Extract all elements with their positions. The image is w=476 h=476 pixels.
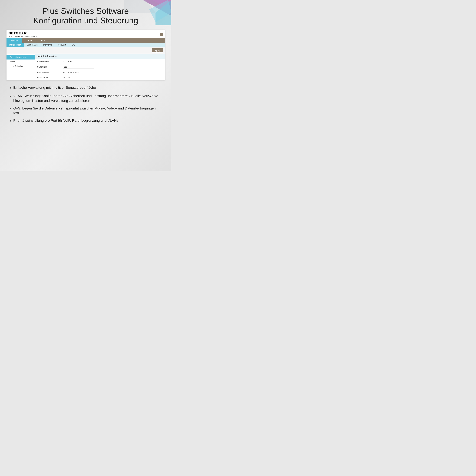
form-row-switch-name: Switch Name bbox=[35, 64, 165, 70]
apply-area: Apply bbox=[6, 47, 165, 54]
netgear-logo: NETGEAR® bbox=[8, 31, 37, 35]
nav-management[interactable]: Management bbox=[6, 43, 24, 47]
header-icon[interactable]: □ bbox=[160, 33, 163, 36]
form-row-firmware: Firmware Version 2.0.0.26 bbox=[35, 75, 165, 80]
bullet-dot-1: • bbox=[10, 85, 11, 91]
nav-multicast[interactable]: MultiCast bbox=[55, 43, 69, 47]
form-header: Switch Information ? bbox=[35, 54, 165, 59]
bullet-dot-3: • bbox=[10, 106, 11, 112]
label-firmware: Firmware Version bbox=[37, 76, 63, 79]
nav-lag[interactable]: LAG bbox=[69, 43, 78, 47]
bullet-text-2: VLAN-Steuerung: Konfigurieren Sie Sicher… bbox=[13, 94, 162, 103]
header-left: NETGEAR® 16-Port Gigabit ProSAFE Plus Sw… bbox=[8, 31, 37, 37]
bullet-dot-4: • bbox=[10, 118, 11, 124]
main-content: Switch Information Status Loop Detection… bbox=[6, 54, 165, 80]
input-switch-name[interactable] bbox=[63, 65, 94, 69]
bullet-text-3: QoS: Legen Sie die Datenverkehrsprioritä… bbox=[13, 106, 162, 115]
apply-button[interactable]: Apply bbox=[152, 48, 163, 52]
list-item: • Prioritätseinstellung pro Port für VoI… bbox=[10, 118, 162, 124]
value-product-name: GS116Ev2 bbox=[63, 60, 72, 63]
title-section: Plus Switches Software Konfiguration und… bbox=[33, 6, 138, 25]
bullet-dot-2: • bbox=[10, 93, 11, 99]
top-nav: System VLAN QoS bbox=[6, 38, 165, 43]
sidebar-switch-information[interactable]: Switch Information bbox=[6, 55, 35, 60]
sidebar-loop-detection[interactable]: Loop Detection bbox=[6, 64, 35, 68]
list-item: • Einfache Verwaltung mit intuitiver Ben… bbox=[10, 85, 162, 91]
content-wrapper: Plus Switches Software Konfiguration und… bbox=[0, 0, 171, 171]
value-firmware: 2.0.0.26 bbox=[63, 76, 69, 79]
device-subtitle: 16-Port Gigabit ProSAFE Plus Switch bbox=[8, 35, 37, 37]
nav-monitoring[interactable]: Monitoring bbox=[40, 43, 55, 47]
sidebar-status[interactable]: Status bbox=[6, 60, 35, 64]
value-mac-address: 00-18-e7-86-16-58 bbox=[63, 71, 79, 74]
nav-maintenance[interactable]: Maintenance bbox=[24, 43, 40, 47]
nav-system[interactable]: System bbox=[6, 38, 22, 43]
nav-qos[interactable]: QoS bbox=[37, 38, 50, 43]
bullet-text-1: Einfache Verwaltung mit intuitiver Benut… bbox=[13, 85, 162, 90]
page-title: Plus Switches Software Konfiguration und… bbox=[33, 6, 138, 25]
form-row-product-name: Product Name GS116Ev2 bbox=[35, 59, 165, 64]
bullet-text-4: Prioritätseinstellung pro Port für VoIP,… bbox=[13, 118, 162, 123]
form-title: Switch Information bbox=[37, 55, 57, 58]
list-item: • QoS: Legen Sie die Datenverkehrspriori… bbox=[10, 106, 162, 115]
sidebar: Switch Information Status Loop Detection bbox=[6, 54, 35, 80]
form-area: Switch Information ? Product Name GS116E… bbox=[35, 54, 165, 80]
label-switch-name: Switch Name bbox=[37, 66, 63, 68]
help-icon[interactable]: ? bbox=[161, 55, 163, 57]
bullet-section: • Einfache Verwaltung mit intuitiver Ben… bbox=[6, 85, 165, 127]
ui-panel: NETGEAR® 16-Port Gigabit ProSAFE Plus Sw… bbox=[6, 30, 165, 80]
form-row-mac-address: MAC Address 00-18-e7-86-16-58 bbox=[35, 70, 165, 75]
list-item: • VLAN-Steuerung: Konfigurieren Sie Sich… bbox=[10, 94, 162, 103]
netgear-header: NETGEAR® 16-Port Gigabit ProSAFE Plus Sw… bbox=[6, 30, 165, 38]
nav-vlan[interactable]: VLAN bbox=[22, 38, 37, 43]
sub-nav: Management Maintenance Monitoring MultiC… bbox=[6, 43, 165, 47]
label-mac-address: MAC Address bbox=[37, 71, 63, 74]
label-product-name: Product Name bbox=[37, 60, 63, 63]
